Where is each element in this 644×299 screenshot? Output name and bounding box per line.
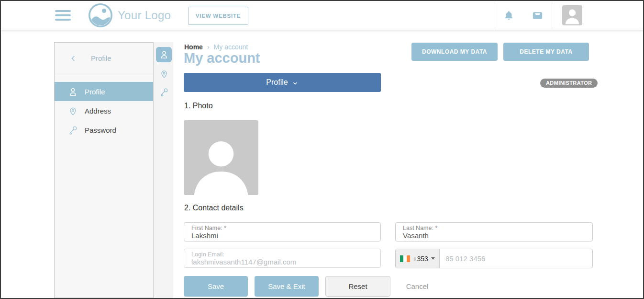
user-avatar[interactable] bbox=[562, 5, 582, 25]
breadcrumb: Home › My account bbox=[184, 43, 248, 51]
notifications-button[interactable] bbox=[494, 1, 523, 30]
save-button[interactable]: Save bbox=[184, 276, 248, 297]
sidebar-item-label: Password bbox=[85, 126, 116, 134]
last-name-field[interactable]: Last Name: * Vasanth bbox=[395, 222, 593, 242]
sidebar-item-password[interactable]: Password bbox=[55, 120, 153, 139]
header-divider bbox=[552, 1, 552, 30]
save-and-exit-button[interactable]: Save & Exit bbox=[255, 276, 319, 297]
ireland-flag-icon bbox=[400, 255, 410, 262]
dial-code: +353 bbox=[413, 255, 428, 263]
download-my-data-button[interactable]: DOWNLOAD MY DATA bbox=[411, 43, 498, 61]
key-icon bbox=[68, 125, 78, 135]
country-code-dropdown[interactable]: +353 bbox=[396, 249, 440, 268]
location-pin-icon bbox=[68, 106, 78, 116]
login-email-field: Login Email: lakshmivasanth1147@gmail.co… bbox=[184, 249, 381, 268]
rail-address-button[interactable] bbox=[156, 66, 172, 81]
sidebar-item-label: Profile bbox=[85, 88, 105, 96]
sidebar-header: Profile bbox=[55, 43, 153, 74]
reset-button[interactable]: Reset bbox=[325, 276, 390, 297]
first-name-label: First Name: * bbox=[191, 225, 373, 231]
person-silhouette-icon bbox=[188, 130, 255, 195]
role-badge: ADMINISTRATOR bbox=[540, 79, 598, 88]
chevron-down-icon bbox=[292, 80, 299, 87]
rail-profile-button[interactable] bbox=[156, 47, 172, 62]
sidebar-item-profile[interactable]: Profile bbox=[55, 82, 153, 101]
phone-number-input[interactable] bbox=[440, 249, 592, 268]
phone-field: +353 bbox=[395, 249, 593, 268]
hamburger-menu-icon[interactable] bbox=[55, 10, 71, 21]
top-header: Your Logo VIEW WEBSITE bbox=[1, 1, 643, 30]
page-title: My account bbox=[184, 50, 260, 66]
last-name-label: Last Name: * bbox=[403, 225, 585, 231]
first-name-field[interactable]: First Name: * Lakshmi bbox=[184, 222, 381, 242]
sidebar-menu: Profile Address Password bbox=[55, 82, 153, 139]
photo-section-title: 1. Photo bbox=[184, 102, 213, 110]
key-icon bbox=[159, 87, 169, 97]
sidebar-item-label: Address bbox=[85, 107, 111, 115]
profile-photo-placeholder[interactable] bbox=[184, 120, 258, 195]
rail-password-button[interactable] bbox=[156, 84, 172, 100]
logo-icon bbox=[88, 3, 113, 28]
inbox-tray-icon bbox=[531, 9, 544, 22]
profile-section-dropdown[interactable]: Profile bbox=[184, 73, 381, 92]
sidebar: Profile Profile Address bbox=[54, 42, 154, 298]
bell-icon bbox=[503, 10, 514, 21]
delete-my-data-button[interactable]: DELETE MY DATA bbox=[503, 43, 589, 61]
location-pin-icon bbox=[159, 69, 169, 79]
breadcrumb-current: My account bbox=[214, 43, 248, 51]
person-icon bbox=[159, 50, 169, 59]
view-website-button[interactable]: VIEW WEBSITE bbox=[188, 7, 248, 25]
last-name-value: Vasanth bbox=[403, 231, 585, 240]
sidebar-icon-rail bbox=[154, 42, 173, 298]
inbox-button[interactable] bbox=[523, 1, 552, 30]
contact-section-title: 2. Contact details bbox=[184, 204, 244, 212]
chevron-left-icon[interactable] bbox=[69, 54, 78, 63]
section-dropdown-label: Profile bbox=[266, 78, 288, 87]
logo-link[interactable]: Your Logo bbox=[88, 3, 171, 28]
cancel-button[interactable]: Cancel bbox=[393, 276, 441, 297]
sidebar-title: Profile bbox=[91, 54, 111, 62]
breadcrumb-separator: › bbox=[207, 43, 210, 51]
person-icon bbox=[68, 87, 78, 97]
login-email-value: lakshmivasanth1147@gmail.com bbox=[191, 258, 373, 266]
logo-text: Your Logo bbox=[118, 9, 171, 22]
first-name-value: Lakshmi bbox=[191, 231, 373, 240]
breadcrumb-home-link[interactable]: Home bbox=[184, 43, 203, 51]
app-window: Your Logo VIEW WEBSITE bbox=[0, 0, 644, 299]
caret-down-icon bbox=[431, 257, 435, 260]
login-email-label: Login Email: bbox=[191, 251, 373, 258]
sidebar-item-address[interactable]: Address bbox=[55, 101, 153, 120]
